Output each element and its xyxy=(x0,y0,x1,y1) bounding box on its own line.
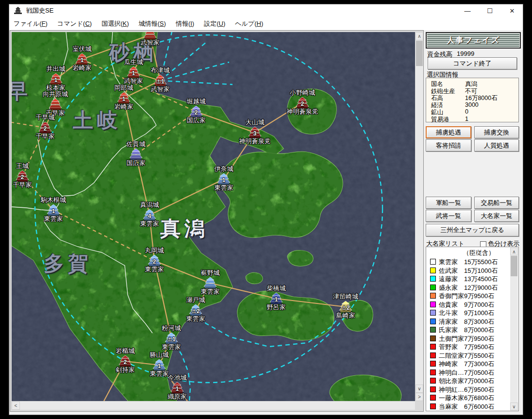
daimyo-koku: 6万6800石 xyxy=(464,394,494,402)
region-label-早: 早 xyxy=(12,78,32,105)
daimyo-color-swatch xyxy=(430,395,436,401)
daimyo-row[interactable]: 朝比奈家7万0000石 xyxy=(426,377,510,385)
daimyo-row[interactable]: 神明白…7万0500石 xyxy=(426,369,510,377)
daimyo-row[interactable]: 盛永家12万9000石 xyxy=(426,284,510,292)
daimyo-row[interactable]: 清家家8万3000石 xyxy=(426,318,510,326)
daimyo-name: 盛永家 xyxy=(439,284,458,292)
daimyo-name: 東雲家 xyxy=(439,258,458,267)
daimyo-row[interactable]: 土御門家7万9500石 xyxy=(426,335,510,343)
map-canvas[interactable]: 砂栖土岐早多賀真潟1室伏城岩崎家1井出城椋本家向井原城千早家2千早城千早家2王城… xyxy=(12,32,415,401)
castle-name-label: 今池城 xyxy=(168,373,187,382)
close-button[interactable]: ✕ xyxy=(501,4,523,17)
scroll-up-icon[interactable]: ∧ xyxy=(416,32,423,40)
daimyo-koku: 7万9500石 xyxy=(464,343,494,352)
daimyo-name: 神崎家 xyxy=(439,360,458,369)
castle-name-label: 岩楯城 xyxy=(116,347,135,355)
menu-item-C[interactable]: コマンド(C) xyxy=(52,19,97,28)
map-vertical-scrollbar[interactable]: ∧ ∨ > xyxy=(416,32,423,401)
info-value-3: 3000 xyxy=(465,101,479,108)
action-button-1[interactable]: 捕虜交換 xyxy=(474,126,519,138)
daimyo-koku: 15万1000石 xyxy=(464,267,498,275)
daimyo-color-swatch xyxy=(430,335,436,341)
daimyo-name: 氏家家 xyxy=(439,326,458,335)
map-horizontal-scrollbar[interactable]: < xyxy=(12,402,415,410)
daimyo-koku: 9万9500石 xyxy=(464,292,494,301)
daimyo-row[interactable]: 神崎家7万3000石 xyxy=(426,360,510,369)
castle-family-label: 東雲家 xyxy=(150,369,169,378)
action-button-3[interactable]: 人質処遇 xyxy=(474,139,519,151)
daimyo-color-swatch xyxy=(430,386,436,392)
maximize-button[interactable]: ☐ xyxy=(479,4,501,17)
castle-level: ⚓1 xyxy=(152,78,168,85)
scroll-down-icon[interactable]: ∨ xyxy=(416,385,423,393)
menu-item-F[interactable]: ファイル(F) xyxy=(9,19,52,28)
daimyo-koku: 6万9500石 xyxy=(464,385,494,394)
daimyo-row[interactable]: 佐武家15万1000石 xyxy=(426,267,510,275)
castle-name-label: 柴橋城 xyxy=(267,284,286,293)
menu-item-I[interactable]: 情報(I) xyxy=(171,19,199,28)
daimyo-koku: 13万4500石 xyxy=(464,275,498,284)
list-scroll-up-icon[interactable]: ∧ xyxy=(510,248,518,255)
action-button-0[interactable]: 捕虜処遇 xyxy=(426,126,471,138)
list-scroll-down-icon[interactable]: ∨ xyxy=(510,402,518,410)
castle-level: 1 xyxy=(169,385,185,392)
menu-item-S[interactable]: 城情報(S) xyxy=(134,19,171,28)
daimyo-color-swatch xyxy=(430,327,436,333)
daimyo-row[interactable]: 北斗家9万1000石 xyxy=(426,309,510,318)
castle-name-label: 瓜生城 xyxy=(124,58,143,67)
castle-name-label: 駒木根城 xyxy=(41,196,66,204)
daimyo-name: 信貴家 xyxy=(439,301,458,309)
daimyo-koku: 7万0500石 xyxy=(464,369,494,377)
end-command-button[interactable]: コマンド終了 xyxy=(428,57,517,69)
daimyo-row[interactable]: 氏家家8万0000石 xyxy=(426,326,510,335)
list-button-1[interactable]: 交易船一覧 xyxy=(474,197,519,209)
app-icon xyxy=(14,7,22,15)
daimyo-koku: 7万5500石 xyxy=(464,352,494,360)
list-scroll-thumb[interactable] xyxy=(511,256,517,276)
daimyo-koku: 7万3000石 xyxy=(464,360,494,369)
daimyo-row[interactable]: 香御門家9万9500石 xyxy=(426,292,510,301)
daimyo-name: 神明白… xyxy=(439,369,464,377)
daimyo-row[interactable]: 信貴家9万7000石 xyxy=(426,301,510,309)
daimyo-row[interactable]: 遠藤家13万4500石 xyxy=(426,275,510,284)
castle-name-label: 向井原城 xyxy=(43,90,68,99)
daimyo-row[interactable]: 東雲家15万5500石 xyxy=(426,258,510,267)
minimize-button[interactable]: — xyxy=(456,4,479,17)
daimyo-color-swatch xyxy=(430,293,436,299)
daimyo-row[interactable]: 二階堂家7万5500石 xyxy=(426,352,510,360)
daimyo-color-swatch xyxy=(430,352,436,358)
castle-family-label: 国広家 xyxy=(187,116,206,125)
daimyo-row[interactable]: 一藤木家6万6800石 xyxy=(426,394,510,402)
castle-family-label: 千早家 xyxy=(13,181,32,189)
phase-title: 人事フェイズ xyxy=(447,35,500,46)
daimyo-color-swatch xyxy=(430,302,436,307)
list-button-3[interactable]: 大名家一覧 xyxy=(474,210,519,222)
daimyo-row[interactable]: 神明紅…6万9500石 xyxy=(426,385,510,394)
list-button-0[interactable]: 軍船一覧 xyxy=(426,197,471,209)
v-scroll-thumb[interactable] xyxy=(416,41,423,66)
info-value-4: 0 xyxy=(465,108,468,115)
daimyo-color-swatch xyxy=(430,276,436,282)
list-button-2[interactable]: 武将一覧 xyxy=(426,210,471,222)
region-label-多賀: 多賀 xyxy=(44,250,92,277)
menu-item-K[interactable]: 国選択(K) xyxy=(97,19,133,28)
daimyo-row[interactable]: 当麻家6万6000石 xyxy=(426,402,510,411)
castle-level: 1 xyxy=(151,363,167,369)
castle-family-label: 剣持家 xyxy=(116,366,135,374)
daimyo-color-swatch xyxy=(430,403,436,409)
menu-item-H[interactable]: ヘルプ(H) xyxy=(230,19,268,28)
menu-item-U[interactable]: 設定(U) xyxy=(199,19,230,28)
scroll-right-icon[interactable]: > xyxy=(416,393,423,401)
daimyo-koku: 9万7000石 xyxy=(464,301,494,309)
funds-value: 19999 xyxy=(457,50,474,57)
daimyo-row[interactable]: 菅野家7万9500石 xyxy=(426,343,510,352)
scroll-left-icon[interactable]: < xyxy=(12,402,20,410)
castle-name-label: 丸岡城 xyxy=(145,246,164,255)
daimyo-listbox[interactable]: （臣従含） 東雲家15万5500石佐武家15万1000石遠藤家13万4500石盛… xyxy=(426,247,519,411)
list-scrollbar[interactable]: ∧ ∨ xyxy=(510,248,518,410)
action-button-2[interactable]: 客将招請 xyxy=(426,139,471,151)
daimyo-name: 二階堂家 xyxy=(439,352,464,360)
castle-level: 1 xyxy=(116,96,132,102)
castle-name-label: 伊奈城 xyxy=(215,165,233,173)
back-to-fullmap-button[interactable]: 三州全土マップに戻る xyxy=(426,224,519,236)
